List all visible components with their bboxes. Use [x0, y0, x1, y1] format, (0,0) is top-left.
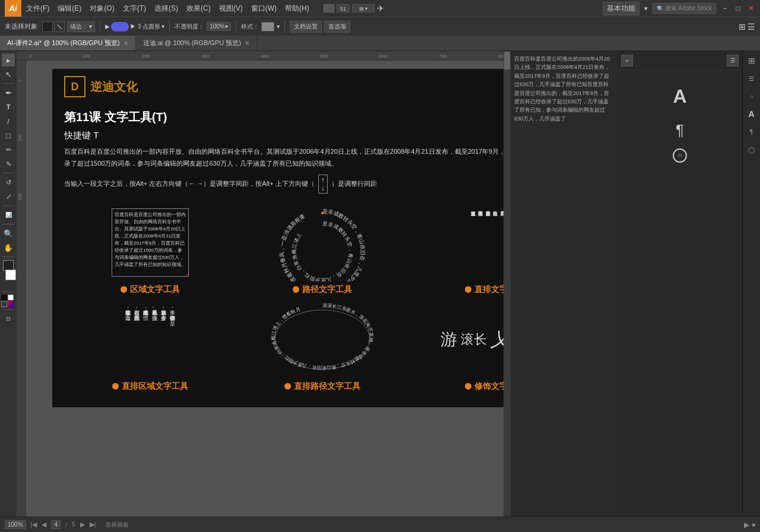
- mini-tool-3[interactable]: ○: [745, 89, 759, 103]
- close-btn[interactable]: ✕: [747, 4, 755, 12]
- tab-bar: AI-课件2.ai* @ 100% (RGB/GPU 预览) ✕ 送迪.ai @…: [0, 36, 760, 51]
- va-col4: 看秋月春风。一壶浊: [151, 306, 159, 311]
- arrow-text-1: 当输入一段文字之后，按Alt+ 左右方向键（← →）是调整字间距，按Alt+ 上…: [64, 179, 315, 188]
- opacity-value[interactable]: 100%: [210, 23, 225, 30]
- arrange-icon[interactable]: ⊞: [739, 22, 746, 31]
- app-window: Ai 文件(F) 编辑(E) 对象(O) 文字(T) 选择(S) 效果(C) 视…: [0, 0, 760, 532]
- scale-tool[interactable]: ⤢: [2, 190, 15, 203]
- total-pages: 5: [72, 521, 75, 528]
- vertical-area-label: 直排区域文字工具: [122, 381, 188, 392]
- color-mode-icons[interactable]: [1, 294, 15, 307]
- path-text-visual: 是非成败转头空，青山依旧在，几度夕阳红，白发渔樵江渚上，惯看秋月春风，一壶浊酒喜…: [236, 204, 408, 281]
- tab2-close[interactable]: ✕: [245, 40, 249, 46]
- restore-btn[interactable]: □: [734, 4, 742, 12]
- demo-row-1: 百度百科是百度公司推出的一部内容开放、自由的网络百科全书平台。其测试版于2006…: [64, 204, 511, 295]
- menu-item-text[interactable]: 文字(T): [119, 2, 150, 15]
- circular-text-svg: 是非成败转头空，青山依旧在，几度夕阳红，白发渔樵江渚上，惯看秋月春风，一壶浊酒喜…: [275, 204, 370, 281]
- tab1-close[interactable]: ✕: [124, 40, 128, 46]
- artboard-tool[interactable]: ⊡: [2, 312, 15, 325]
- dot-icon: [121, 286, 127, 293]
- status-bar: 100% |◀ ◀ 4 / 5 ▶ ▶| 选择画板 ▶ ■: [0, 517, 760, 532]
- path-text-caption: 路径文字工具: [293, 284, 352, 295]
- menu-item-view[interactable]: 视图(V): [216, 2, 246, 15]
- menu-item-file[interactable]: 文件(F): [23, 2, 53, 15]
- decoration-text-visual: 游 滚长 乂 东逝水: [408, 301, 511, 378]
- play-btn[interactable]: ▶: [744, 521, 749, 529]
- svg-text:300: 300: [201, 53, 210, 59]
- menu-item-edit[interactable]: 编辑(E): [54, 2, 85, 15]
- menu-item-object[interactable]: 对象(O): [86, 2, 118, 15]
- pencil-tool[interactable]: ✎: [2, 157, 15, 170]
- content-area: ▸ ↖ ✒ T / □ ✏ ✎ ↺ ⤢ 📊 🔍 ✋: [0, 51, 760, 517]
- nav-next[interactable]: ▶: [80, 521, 85, 528]
- rotate-tool[interactable]: ↺: [2, 176, 15, 189]
- nav-prev[interactable]: ◀: [42, 521, 46, 528]
- nav-prev-prev[interactable]: |◀: [31, 521, 37, 528]
- right-text-panel: 百度百科是百度公司推出的2006年4月20日上线，正式版在2008年4月21日发…: [511, 51, 618, 517]
- line-tool[interactable]: /: [2, 115, 15, 128]
- props-icons-row: « ☰: [618, 51, 742, 71]
- paintbrush-tool[interactable]: ✏: [2, 143, 15, 156]
- vertical-text-visual: 滚滚长江东逝水 浪花淘尽英雄 是非成败转头空 青山依旧在 几度夕阳红 白发渔樵江…: [408, 204, 511, 281]
- dot-icon-2: [293, 286, 299, 293]
- svg-text:0: 0: [18, 80, 22, 82]
- demo-vertical-path: 滚滚长江东逝水，浪花淘尽英雄。是非成败转头空，青山依旧在，几度夕阳红，白发渔樵江…: [236, 301, 408, 392]
- mini-right-tools: ⊞ ☰ ○ A ¶ ◯: [742, 51, 760, 517]
- scroll-thumb[interactable]: [504, 52, 510, 69]
- mini-tool-5[interactable]: ¶: [745, 125, 759, 139]
- scroll-bar-vertical[interactable]: [504, 51, 511, 517]
- demo-row-2: 非成败转头空，青山 依旧在，几度夕阳红。 白发渔樵江渚上，惯 看秋月春风。一壶浊…: [64, 301, 511, 392]
- collapse-icon[interactable]: «: [621, 55, 633, 66]
- doc-header: D 逆迪文化 ≡ Design: [52, 69, 511, 104]
- doc-settings-btn[interactable]: 文档设置: [290, 21, 322, 33]
- toolbar: 未选择对象 描边： ▾ ▶ ▶ 3 点圆形 ▾ 不透明度： 100% ▾ 样式：…: [0, 17, 760, 36]
- mini-tool-2[interactable]: ☰: [745, 71, 759, 86]
- arrow-description: 当输入一段文字之后，按Alt+ 左右方向键（← →）是调整字间距，按Alt+ 上…: [64, 175, 511, 194]
- menu-item-window[interactable]: 窗口(W): [248, 2, 280, 15]
- v-ruler-marks: 0 100 200: [17, 61, 26, 517]
- area-text-caption: 区域文字工具: [121, 284, 180, 295]
- vert-col-1: 滚滚长江东逝水: [470, 207, 476, 278]
- tab-file1[interactable]: AI-课件2.ai* @ 100% (RGB/GPU 预览) ✕: [0, 36, 136, 50]
- mini-tool-6[interactable]: ◯: [745, 142, 759, 157]
- demo-area: 百度百科是百度公司推出的一部内容开放、自由的网络百科全书平台。其测试版于2006…: [52, 200, 511, 407]
- stroke-color[interactable]: [5, 270, 16, 280]
- page-separator: /: [65, 521, 67, 528]
- tab1-label: AI-课件2.ai* @ 100% (RGB/GPU 预览): [7, 39, 120, 48]
- feature-dropdown[interactable]: 基本功能: [603, 2, 639, 15]
- nav-next-next[interactable]: ▶|: [90, 521, 96, 528]
- logo-d-icon: D: [64, 76, 86, 97]
- menu-item-effect[interactable]: 效果(C): [183, 2, 214, 15]
- panel-icon[interactable]: ☰: [748, 22, 755, 31]
- preferences-btn[interactable]: 首选项: [324, 21, 350, 33]
- type-tool[interactable]: T: [2, 100, 15, 113]
- mini-tool-4[interactable]: A: [745, 107, 759, 121]
- artboard-label[interactable]: 选择画板: [105, 521, 129, 529]
- hand-tool[interactable]: ✋: [2, 241, 15, 254]
- type-tool-icon-large: A: [673, 80, 686, 112]
- pen-tool[interactable]: ✒: [2, 86, 15, 99]
- area-text-content: 百度百科是百度公司推出的一部内容开放、自由的网络百科全书平台。其测试版于2006…: [115, 211, 186, 268]
- point-label[interactable]: ▶ 3 点圆形: [130, 23, 160, 31]
- rect-tool[interactable]: □: [2, 129, 15, 142]
- logo-d-letter: D: [71, 81, 79, 93]
- search-placeholder[interactable]: 搜索 Adobe Stock: [665, 4, 712, 12]
- minimize-btn[interactable]: −: [721, 4, 729, 12]
- svg-text:200: 200: [142, 53, 150, 59]
- stop-btn[interactable]: ■: [752, 521, 755, 528]
- props-text-area: A ¶ ○: [618, 71, 742, 172]
- graph-tool[interactable]: 📊: [2, 208, 15, 221]
- mini-tool-1[interactable]: ⊞: [745, 53, 759, 68]
- select-tool[interactable]: ▸: [2, 53, 15, 66]
- current-page[interactable]: 4: [51, 520, 61, 529]
- vertical-area-caption: 直排区域文字工具: [112, 381, 188, 392]
- tab-file2[interactable]: 送迪.ai @ 100% (RGB/GPU 预览) ✕: [136, 36, 257, 50]
- svg-text:600: 600: [379, 53, 388, 59]
- vert-col-3: 是非成败转头空: [484, 207, 490, 278]
- menu-item-select[interactable]: 选择(S): [151, 2, 182, 15]
- direct-select-tool[interactable]: ↖: [2, 68, 15, 81]
- panel-arrange-icon[interactable]: ☰: [727, 55, 739, 66]
- menu-item-help[interactable]: 帮助(H): [281, 2, 313, 15]
- zoom-tool[interactable]: 🔍: [2, 227, 15, 240]
- zoom-level[interactable]: 100%: [5, 520, 26, 529]
